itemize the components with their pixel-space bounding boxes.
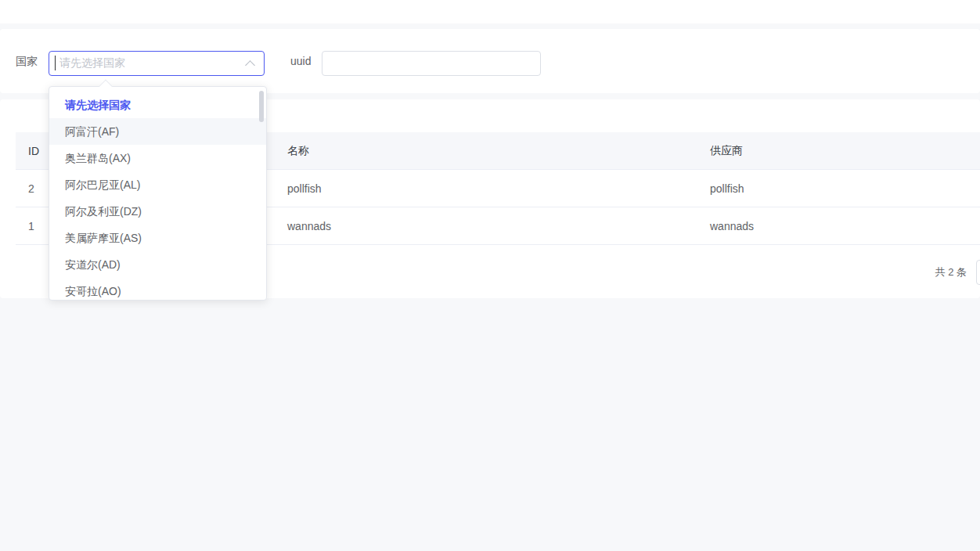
country-option-list: 请先选择国家 阿富汗(AF) 奥兰群岛(AX) 阿尔巴尼亚(AL) 阿尔及利亚(… <box>49 87 266 301</box>
column-header-name: 名称 <box>275 144 697 158</box>
cell-name: wannads <box>275 220 697 232</box>
dropdown-option[interactable]: 阿富汗(AF) <box>49 118 266 145</box>
top-bar <box>0 0 980 23</box>
pagination-page-size-select[interactable] <box>976 260 980 285</box>
filter-panel: 国家 请先选择国家 uuid <box>0 29 980 93</box>
country-select[interactable]: 请先选择国家 <box>49 51 265 76</box>
dropdown-option[interactable]: 奥兰群岛(AX) <box>49 145 266 171</box>
column-header-supplier: 供应商 <box>697 144 980 158</box>
dropdown-option[interactable]: 安道尔(AD) <box>49 251 266 278</box>
uuid-label: uuid <box>290 29 311 93</box>
chevron-up-icon <box>245 60 255 70</box>
dropdown-option[interactable]: 阿尔巴尼亚(AL) <box>49 171 266 198</box>
cell-supplier: wannads <box>697 220 980 232</box>
uuid-input[interactable] <box>322 51 541 76</box>
country-dropdown: 请先选择国家 阿富汗(AF) 奥兰群岛(AX) 阿尔巴尼亚(AL) 阿尔及利亚(… <box>49 86 267 301</box>
text-caret <box>55 56 56 70</box>
country-select-placeholder: 请先选择国家 <box>59 52 125 74</box>
dropdown-option[interactable]: 安哥拉(AO) <box>49 278 266 301</box>
dropdown-option[interactable]: 美属萨摩亚(AS) <box>49 225 266 251</box>
scrollbar-thumb[interactable] <box>259 91 264 122</box>
cell-supplier: pollfish <box>697 182 980 195</box>
dropdown-option[interactable]: 阿尔及利亚(DZ) <box>49 198 266 225</box>
page: { "colors": { "accent": "#4c58f0", "page… <box>0 0 980 551</box>
country-label: 国家 <box>16 29 38 93</box>
cell-name: pollfish <box>275 182 697 195</box>
pagination-total: 共 2 条 <box>935 260 967 285</box>
dropdown-option[interactable]: 请先选择国家 <box>49 92 266 118</box>
